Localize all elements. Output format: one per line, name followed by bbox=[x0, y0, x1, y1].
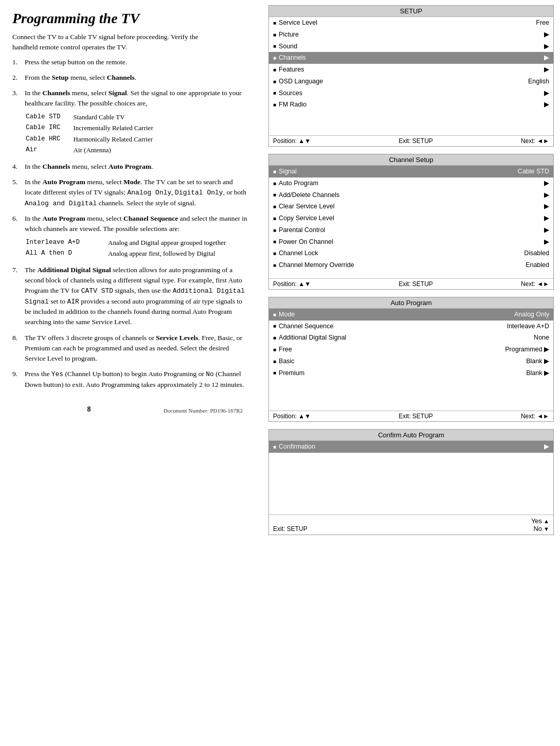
ch-item-copyservicelevel: ■Copy Service Level ▶ bbox=[269, 212, 553, 224]
ch-item-channelmemoryoverride: ■Channel Memory Override Enabled bbox=[269, 259, 553, 271]
yes-line: Yes ▲ bbox=[531, 517, 549, 525]
yes-no-block: Yes ▲ No ▼ bbox=[531, 517, 549, 532]
step-3: 3. In the Channels menu, select Signal. … bbox=[12, 88, 250, 156]
setup-menu-body: ■Service Level Free ■Picture ▶ ■Sound ▶ … bbox=[269, 17, 553, 135]
steps-list: 1. Press the setup button on the remote.… bbox=[12, 57, 250, 390]
intro-text: Connect the TV to a Cable TV signal befo… bbox=[12, 32, 250, 53]
step-9: 9. Press the Yes (Channel Up button) to … bbox=[12, 369, 250, 390]
setup-item-fmradio: ■FM Radio ▶ bbox=[269, 99, 553, 111]
right-column: SETUP ■Service Level Free ■Picture ▶ ■So… bbox=[262, 0, 560, 746]
signal-table: Cable STDStandard Cable TV Cable IRCIncr… bbox=[25, 111, 154, 156]
seq-row-interleave: Interleave A+DAnalog and Digital appear … bbox=[26, 238, 226, 248]
ap-footer-next: Next: ◄► bbox=[521, 413, 549, 420]
setup-item-sound: ■Sound ▶ bbox=[269, 41, 553, 52]
channel-setup-body: ■Signal Cable STD ■Auto Program ▶ ■Add/D… bbox=[269, 166, 553, 278]
down-arrow-icon: ▼ bbox=[544, 526, 549, 532]
doc-number: Document Number: PD196-167R2 bbox=[164, 407, 248, 414]
page-title: Programming the TV bbox=[12, 10, 250, 27]
channel-setup-footer: Position: ▲▼ Exit: SETUP Next: ◄► bbox=[269, 278, 553, 289]
ch-item-poweronchannel: ■Power On Channel ▶ bbox=[269, 236, 553, 248]
ap-item-channelsequence: ■Channel Sequence Interleave A+D bbox=[269, 321, 553, 332]
ap-item-premium: ■Premium Blank ▶ bbox=[269, 367, 553, 379]
bottom-area: 8 Document Number: PD196-167R2 bbox=[12, 395, 250, 414]
auto-program-menu-box: Auto Program ■Mode Analog Only ■Channel … bbox=[268, 297, 554, 422]
ap-item-mode: ■Mode Analog Only bbox=[269, 309, 553, 321]
setup-item-channels: ■Channels ▶ bbox=[269, 52, 553, 64]
signal-row-air: Air Air (Antenna) bbox=[26, 145, 153, 155]
setup-spacer bbox=[269, 111, 553, 135]
channel-setup-title: Channel Setup bbox=[269, 154, 553, 166]
yes-label: Yes bbox=[531, 517, 542, 525]
sequence-table: Interleave A+DAnalog and Digital appear … bbox=[25, 237, 227, 260]
ch-footer-next: Next: ◄► bbox=[521, 280, 549, 288]
confirm-auto-menu-box: Confirm Auto Program ■Confirmation ▶ Exi… bbox=[268, 429, 554, 535]
setup-menu-title: SETUP bbox=[269, 6, 553, 17]
ch-item-parentalcontrol: ■Parental Control ▶ bbox=[269, 224, 553, 236]
ap-item-free: ■Free Programmed ▶ bbox=[269, 344, 553, 356]
auto-program-title: Auto Program bbox=[269, 297, 553, 309]
setup-item-osdlanguage: ■OSD Language English bbox=[269, 76, 553, 87]
confirm-spacer bbox=[269, 453, 553, 514]
step-7: 7. The Additional Digital Signal selecti… bbox=[12, 265, 250, 328]
setup-footer-exit: Exit: SETUP bbox=[399, 137, 433, 145]
ch-footer-pos: Position: ▲▼ bbox=[273, 280, 311, 288]
ap-item-additionaldigital: ■Additional Digital Signal None bbox=[269, 332, 553, 344]
left-column: Programming the TV Connect the TV to a C… bbox=[0, 0, 262, 746]
step-4: 4. In the Channels menu, select Auto Pro… bbox=[12, 162, 250, 172]
ch-item-adddeletechannels: ■Add/Delete Channels ▶ bbox=[269, 189, 553, 201]
setup-item-servicelevel: ■Service Level Free bbox=[269, 17, 553, 29]
setup-item-sources: ■Sources ▶ bbox=[269, 87, 553, 99]
setup-footer-pos: Position: ▲▼ bbox=[273, 137, 311, 145]
channel-setup-spacer bbox=[269, 271, 553, 278]
auto-program-body: ■Mode Analog Only ■Channel Sequence Inte… bbox=[269, 309, 553, 411]
setup-menu-box: SETUP ■Service Level Free ■Picture ▶ ■So… bbox=[268, 5, 554, 147]
ap-item-basic: ■Basic Blank ▶ bbox=[269, 356, 553, 367]
seq-row-allthen: All A then D Analog appear first, follow… bbox=[26, 248, 226, 259]
signal-row-cablehrc: Cable HRCHarmonically Related Carrier bbox=[26, 134, 153, 145]
conf-item-confirmation: ■Confirmation ▶ bbox=[269, 441, 553, 453]
ap-spacer bbox=[269, 379, 553, 411]
conf-footer-exit: Exit: SETUP bbox=[273, 525, 308, 532]
ch-footer-exit: Exit: SETUP bbox=[399, 280, 433, 288]
ch-item-clearservicelevel: ■Clear Service Level ▶ bbox=[269, 201, 553, 212]
channel-setup-menu-box: Channel Setup ■Signal Cable STD ■Auto Pr… bbox=[268, 154, 554, 290]
step-1: 1. Press the setup button on the remote. bbox=[12, 57, 250, 67]
no-label: No bbox=[533, 525, 542, 532]
no-line: No ▼ bbox=[533, 525, 549, 532]
setup-footer-next: Next: ◄► bbox=[521, 137, 549, 145]
setup-menu-footer: Position: ▲▼ Exit: SETUP Next: ◄► bbox=[269, 135, 553, 146]
signal-row-cableirc: Cable IRCIncrementally Related Carrier bbox=[26, 123, 153, 133]
ch-item-autoprogram: ■Auto Program ▶ bbox=[269, 177, 553, 189]
signal-row-cablestd: Cable STDStandard Cable TV bbox=[26, 112, 153, 122]
ap-footer-exit: Exit: SETUP bbox=[399, 413, 433, 420]
up-arrow-icon: ▲ bbox=[544, 518, 549, 524]
step-6: 6. In the Auto Program menu, select Chan… bbox=[12, 214, 250, 260]
setup-item-picture: ■Picture ▶ bbox=[269, 29, 553, 41]
confirm-footer: Exit: SETUP Yes ▲ No ▼ bbox=[269, 514, 553, 535]
confirm-auto-body: ■Confirmation ▶ bbox=[269, 441, 553, 514]
confirm-auto-title: Confirm Auto Program bbox=[269, 430, 553, 441]
step-2: 2. From the Setup menu, select Channels. bbox=[12, 73, 250, 83]
ch-item-signal: ■Signal Cable STD bbox=[269, 166, 553, 177]
ap-footer-pos: Position: ▲▼ bbox=[273, 413, 311, 420]
page-number: 8 bbox=[14, 405, 164, 414]
ap-footer: Position: ▲▼ Exit: SETUP Next: ◄► bbox=[269, 411, 553, 421]
step-5: 5. In the Auto Program menu, select Mode… bbox=[12, 177, 250, 208]
step-8: 8. The TV offers 3 discrete groups of ch… bbox=[12, 333, 250, 364]
ch-item-channellock: ■Channel Lock Disabled bbox=[269, 247, 553, 259]
setup-item-features: ■Features ▶ bbox=[269, 64, 553, 76]
